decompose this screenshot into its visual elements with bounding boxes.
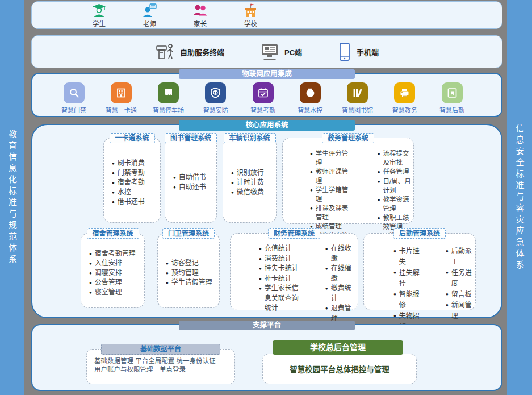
bullet-icon: ● [446,289,449,300]
system-box-gate: 门卫管理系统 ●访客登记●预约管理●学生请假管理 [157,233,220,308]
base-platform-line2: 用户账户与权限管理 单点登录 [94,365,230,374]
bullet-icon: ● [259,284,262,314]
list-item: ●卡片挂失 [393,246,423,268]
system-item-list: ●访客登记●预约管理●学生请假管理 [158,234,219,307]
academic-printer-icon [394,82,415,103]
list-item: ●寝室管理 [89,288,142,297]
parking-icon [158,82,179,103]
system-item-list: ●识别放行●计时计费●微信缴费 [223,138,276,222]
list-item: ●门禁考勤 [112,168,158,178]
system-box-library: 图书管理系统 ●自助借书●自助还书 [165,138,217,223]
list-item: ●识别放行 [231,168,274,178]
terminal-mobile: 手机端 [337,42,379,61]
list-item: ●入住安排 [89,259,142,268]
bullet-icon: ● [166,268,169,278]
right-sidebar-text: 信息安全标准与容灾应急体系 [514,124,526,272]
system-title: 宿舍管理系统 [86,228,139,239]
left-sidebar: 教育信息化标准与规范体系 [0,0,24,395]
terminals-panel: 自助服务终端 PC端 手机端 [31,35,502,68]
system-item-list: ●后勤派工●任务进度●留言板●新闻管理 [423,246,474,309]
bullet-icon: ● [89,268,92,278]
school-admin-box: 智慧校园平台总体把控与管理 [262,354,417,384]
list-item: ●充值统计 [259,244,303,254]
bullet-icon: ● [259,244,262,254]
bullet-icon: ● [89,278,92,288]
list-item: ●教师评课管理 [310,167,355,185]
system-box-logistics: 后勤管理系统 ●卡片挂失●挂失解挂●智能报修●失物招领 ●后勤派工●任务进度●留… [363,233,476,310]
list-item: ●智能报修 [393,289,423,311]
bullet-icon: ● [325,244,328,264]
user-parents: 家长 [192,3,208,28]
iot-door-access: 智慧门禁 [54,82,94,114]
list-item: ●调寝安排 [89,268,142,278]
bullet-icon: ● [378,195,380,213]
school-admin-desc: 智慧校园平台总体把控与管理 [290,363,389,375]
list-item: ●缴费统计 [325,284,357,303]
pc-icon [259,43,280,61]
iot-label: 智慧图书馆 [342,105,373,114]
system-title: 教务管理系统 [322,133,374,143]
iot-label: 智慧一卡通 [106,105,137,114]
iot-label: 智慧考勤 [250,105,275,114]
iot-header-bar: 物联网应用集成 [179,69,355,79]
list-item: ●新闻管理 [446,300,474,322]
bullet-icon: ● [112,168,115,178]
bullet-icon: ● [89,249,92,259]
list-item: ●补卡统计 [259,274,303,284]
iot-attendance: 智慧考勤 [243,82,283,114]
bullet-icon: ● [259,274,262,284]
list-item: ●公告管理 [89,278,142,288]
iot-logistics: 智慧后勤 [432,82,472,114]
list-item: ●在线催缴 [325,264,357,284]
iot-parking: 智慧停车场 [149,82,188,114]
bullet-icon: ● [325,284,328,303]
user-student: 学生 [91,3,107,28]
water-control-icon [300,82,321,103]
right-sidebar: 信息安全标准与容灾应急体系 [507,0,532,395]
list-item: ●宿舍考勤 [112,178,158,188]
security-shield-icon [205,82,226,103]
list-item: ●留言板 [446,289,474,300]
school-icon [243,3,258,18]
list-item: ●后勤派工 [446,246,474,268]
system-item-list: ●宿舍考勤管理●入住安排●调寝安排●公告管理●寝室管理 [81,234,144,307]
support-platform-panel: 支撑平台 基础数据平台 基础数据管理 平台全局配置 统一身份认证 用户账户与权限… [31,324,502,391]
onecard-icon [111,82,132,103]
kiosk-icon [155,41,175,62]
list-item: ●任务进度 [446,268,474,289]
user-label: 学校 [244,19,257,28]
system-title: 图书管理系统 [165,133,217,143]
list-item: ●日/周、月计划 [378,177,412,195]
iot-label: 智慧水控 [298,105,322,114]
user-school: 学校 [243,3,258,28]
bullet-icon: ● [112,159,115,168]
list-item: ●教学资源管理 [378,195,412,213]
bullet-icon: ● [446,300,449,322]
list-item: ●计时计费 [231,178,274,188]
bullet-icon: ● [310,167,313,185]
system-columns: ●充值统计●消费统计●挂失卡统计●补卡统计●学生家长信息关联查询统计 ●在线收缴… [231,234,358,310]
core-systems-panel: 核心应用系统 一卡通系统 ●刷卡消费●门禁考勤●宿舍考勤●水控●借书还书 图书管… [31,124,502,318]
iot-water: 智慧水控 [290,82,330,114]
list-item: ●学生评分管理 [310,149,355,167]
iot-onecard: 智慧一卡通 [101,82,141,114]
bullet-icon: ● [325,264,328,284]
terminal-kiosk: 自助服务终端 [155,41,224,62]
system-columns: ●卡片挂失●挂失解挂●智能报修●失物招领 ●后勤派工●任务进度●留言板●新闻管理 [364,234,475,310]
terminal-label: 自助服务终端 [180,47,224,57]
bullet-icon: ● [378,167,380,177]
bullet-icon: ● [310,149,313,167]
bullet-icon: ● [112,197,115,207]
list-item: ●流程提交及审批 [378,149,412,167]
list-item: ●排课及课表管理 [310,203,355,222]
system-item-list: ●在线收缴●在线催缴●缴费统计●退费管理●退费统计●...... [303,244,357,309]
bullet-icon: ● [89,288,92,297]
user-label: 学生 [93,19,106,28]
list-item: ●学生请假管理 [166,278,217,288]
bullet-icon: ● [231,168,234,178]
bullet-icon: ● [446,246,449,268]
parents-icon [192,3,208,18]
user-label: 家长 [194,19,207,28]
base-platform-line1: 基础数据管理 平台全局配置 统一身份认证 [94,357,230,365]
bullet-icon: ● [173,182,176,192]
